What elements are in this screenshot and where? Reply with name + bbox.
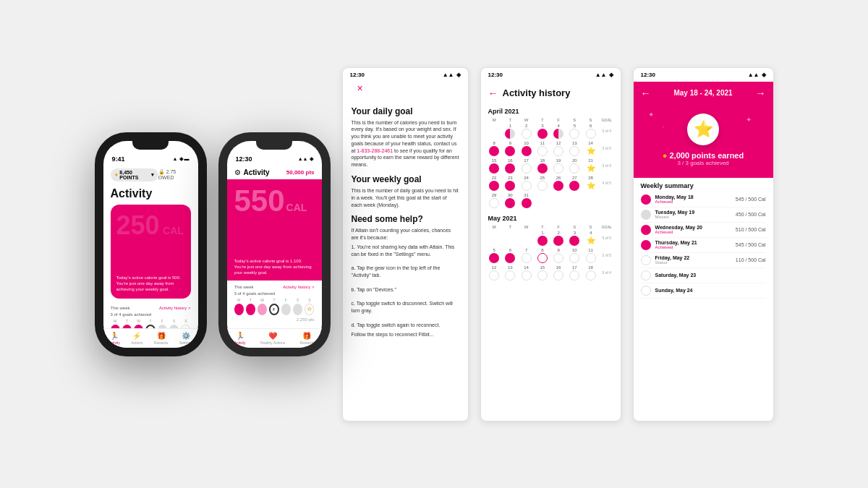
nav-rewards[interactable]: 🎁 Rewards (154, 332, 169, 345)
apr-row-5: 29 30 31 (487, 193, 615, 208)
phone-link[interactable]: 1-833-288-2461 (357, 148, 393, 153)
star-icon: ⭐ (694, 120, 713, 139)
rewards-icon-2: 🎁 (302, 332, 311, 340)
phone-1-frame: 9:41 ▲ ◈ ▬ ● 8,450 POINTS ▾ 🔒 2.75 (95, 132, 207, 356)
history-status-icons: ▲▲ ◈ (595, 72, 613, 78)
activity-history-link-2[interactable]: Activity history > (283, 285, 315, 289)
apr-row-3: 15 16 17 18 19 20 21⭐ 3 of 3 (487, 158, 615, 174)
weekly-goal-text: This is the number of daily goals you ne… (352, 187, 459, 208)
week-row: This week Activity history > (111, 306, 191, 310)
day-labels: M T W T F S S (111, 319, 191, 323)
may-label: May 2021 (481, 212, 621, 223)
points-earned: ● 2,000 points earned (663, 151, 744, 160)
wed-cal: 510 / 500 Cal (736, 227, 766, 232)
nav2-rewards[interactable]: 🎁 Rewards (300, 332, 315, 345)
cal-header-may: M T W T F S S GOAL (487, 225, 615, 229)
wc-thu: F (269, 304, 279, 315)
hist-signal-icon: ▲▲ (595, 72, 607, 78)
week-wifi-icon: ◈ (762, 72, 766, 78)
tue-cal: 450 / 500 Cal (736, 212, 766, 217)
bottom-nav-2: 🏃 Activity ❤️ Healthy Actions 🎁 Rewards (227, 328, 322, 348)
week-row-2: This week Activity history > (234, 285, 315, 289)
info-screen: 12:30 ▲▲ ◈ × Your daily goal This is the… (342, 67, 469, 421)
nav2-activity-label: Activity (234, 341, 246, 345)
info-signal-icon: ▲▲ (443, 72, 454, 78)
day-row-tue[interactable]: Tuesday, May 19 Missed 450 / 500 Cal (641, 207, 766, 223)
mon-indicator (641, 194, 651, 205)
thu-status: Achieved (655, 245, 731, 249)
goals-achieved: 3 / 3 goals achieved (677, 160, 728, 166)
activity-history-link[interactable]: Activity history > (159, 306, 191, 310)
nav2-healthy[interactable]: ❤️ Healthy Actions (260, 332, 285, 345)
apr-row-4: 22 23 24 25 26 27 28⭐ 4 of 5 (487, 176, 615, 191)
activity-description: Today's active calorie goal is 500. You'… (116, 275, 185, 292)
help-list: 1. You're not sharing key data with Atta… (352, 244, 459, 329)
mon-cal: 545 / 500 Cal (736, 197, 766, 202)
weekly-summary-title: Weekly summary (641, 182, 766, 189)
day-row-thu[interactable]: Thursday, May 21 Achieved 545 / 500 Cal (641, 238, 766, 253)
day-labels-2: M T W T F S S (234, 298, 315, 302)
close-button[interactable]: × (350, 78, 370, 98)
wc-tue (246, 304, 255, 315)
status-icons-1: ▲ ◈ ▬ (173, 156, 190, 162)
nav-actions[interactable]: ⚡ Actions (131, 332, 142, 345)
nav-activity[interactable]: 🏃 Activity (109, 332, 120, 345)
section-title-weekly: Your weekly goal (352, 174, 459, 184)
week-sublabel-2: 3 of 4 goals achieved (234, 291, 315, 296)
signal-icon-2: ▲▲ (298, 156, 308, 161)
week-time: 12:30 (641, 72, 655, 78)
settings-nav-icon: ⚙️ (182, 332, 190, 340)
info-time: 12:30 (350, 72, 365, 78)
time-1: 9:41 (112, 155, 125, 163)
week-screen: 12:30 ▲▲ ◈ ← May 18 - 24, 2021 → ✦ ✦ · ⭐… (633, 67, 774, 421)
thu-cal: 545 / 500 Cal (736, 242, 766, 247)
week-next-button[interactable]: → (755, 87, 765, 99)
cal-header-apr: M T W T F S S GOAL (487, 118, 615, 122)
phone-2-screen: 12:30 ▲▲ ◈ ⚙ Activity 50,000 pts 550 CAL (227, 141, 322, 348)
nav2-activity[interactable]: 🏃 Activity (234, 332, 246, 345)
points-value: 8,450 POINTS (119, 170, 149, 180)
fri-indicator (641, 255, 651, 265)
day-row-sat[interactable]: Saturday, May 23 (641, 268, 766, 283)
history-header: ← Activity history (481, 82, 621, 105)
tue-status: Missed (655, 215, 731, 219)
apr-row-1: 1 2 3 4 5 6 0 of 4 (487, 124, 615, 139)
week-section-2: This week Activity history > 3 of 4 goal… (227, 281, 322, 326)
status-bar-1: 9:41 ▲ ◈ ▬ (103, 151, 198, 166)
day-row-mon[interactable]: Monday, May 18 Achieved 545 / 500 Cal (641, 192, 766, 207)
thu-indicator (641, 240, 651, 250)
hist-wifi-icon: ◈ (609, 72, 613, 78)
history-title: Activity history (503, 87, 571, 98)
sparkle-3: · (663, 123, 665, 131)
nav-rewards-label: Rewards (154, 341, 169, 345)
owed-text: 🔒 2.75 OWED (158, 169, 191, 180)
mon-info: Monday, May 18 Achieved (655, 194, 731, 204)
sat-indicator (641, 270, 651, 281)
tue-info: Tuesday, May 19 Missed (655, 210, 731, 219)
wifi-icon: ◈ (179, 156, 183, 162)
wed-status: Achieved (655, 230, 731, 234)
week-header-pink: ← May 18 - 24, 2021 → (634, 82, 773, 105)
day-row-wed[interactable]: Wednesday, May 20 Achieved 510 / 500 Cal (641, 223, 766, 238)
day-row-sun[interactable]: Sunday, May 24 (641, 283, 766, 299)
wed-name: Wednesday, May 20 (655, 225, 731, 230)
time-2: 12:30 (236, 155, 252, 163)
screen1-header: ● 8,450 POINTS ▾ 🔒 2.75 OWED (103, 166, 198, 186)
back-button[interactable]: ← (488, 87, 498, 99)
may-row-1: 1 2 3 4⭐ 5 of 5 (487, 231, 615, 246)
week-status-bar: 12:30 ▲▲ ◈ (634, 68, 773, 82)
mon-status: Achieved (655, 200, 731, 204)
fri-info: Friday, May 22 Status (655, 255, 731, 265)
actions-nav-icon: ⚡ (132, 332, 141, 340)
rewards-nav-icon: 🎁 (157, 332, 166, 340)
points-badge[interactable]: ● 8,450 POINTS ▾ (111, 168, 158, 181)
battery-icon: ▬ (184, 156, 190, 161)
day-row-fri[interactable]: Friday, May 22 Status 110 / 500 Cal (641, 253, 766, 268)
week-prev-button[interactable]: ← (641, 87, 651, 99)
bottom-nav-1: 🏃 Activity ⚡ Actions 🎁 Rewards ⚙️ Settin… (103, 328, 198, 348)
nav-settings[interactable]: ⚙️ Settings (179, 332, 192, 345)
wc-sat (293, 304, 302, 315)
cal-unit-2: CAL (286, 202, 307, 213)
gear-icon[interactable]: ⚙ (234, 168, 241, 176)
week-hero: ✦ ✦ · ⭐ ● 2,000 points earned 3 / 3 goal… (634, 105, 773, 178)
